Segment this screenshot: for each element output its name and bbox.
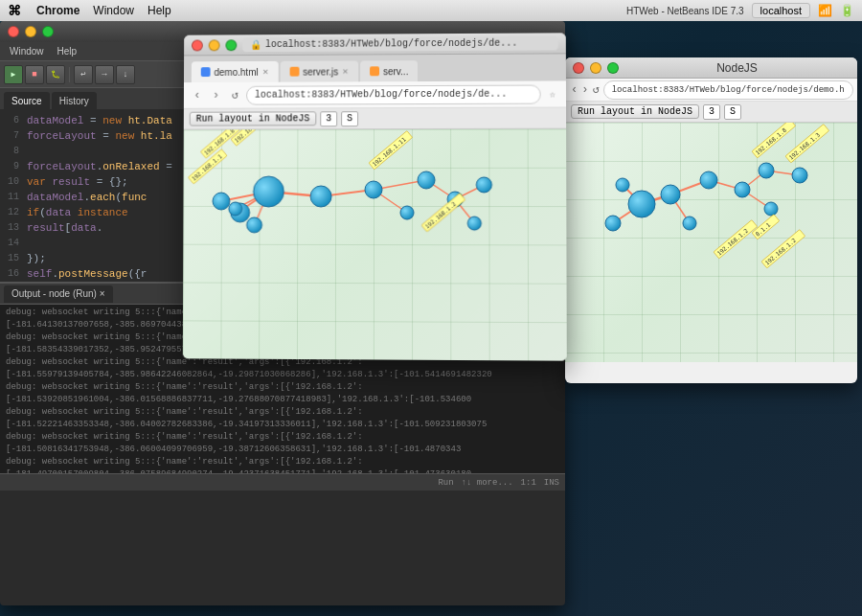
chrome-close-btn[interactable] <box>192 39 203 51</box>
svg-point-19 <box>418 171 435 189</box>
right-max-btn[interactable] <box>607 62 619 74</box>
apple-menu-icon[interactable]: ⌘ <box>8 3 21 18</box>
chrome-favicon-server <box>289 67 299 77</box>
chrome-tab-demo[interactable]: demo.html ✕ <box>192 61 279 82</box>
chrome-max-btn[interactable] <box>225 39 237 51</box>
right-url-text: localhost:8383/HTWeb/blog/force/nodejs/d… <box>612 85 845 95</box>
right-nodejs-bar: Run layout in NodeJS 3 S <box>565 102 857 123</box>
chrome-window: 🔒 localhost:8383/HTWeb/blog/force/nodejs… <box>183 33 567 360</box>
statusbar-more: ↑↓ more... <box>462 478 513 488</box>
right-close-btn[interactable] <box>573 62 584 74</box>
run-layout-btn[interactable]: Run layout in NodeJS <box>190 111 317 125</box>
chrome-back-btn[interactable]: ‹ <box>190 87 205 103</box>
right-url-input[interactable]: localhost:8383/HTWeb/blog/force/nodejs/d… <box>603 80 853 100</box>
chrome-tab-close-server[interactable]: ✕ <box>342 67 349 76</box>
chrome-tab-serv[interactable]: serv... <box>360 60 418 81</box>
svg-text:192.168.1.2: 192.168.1.2 <box>715 227 749 257</box>
nb-toolbar-sep <box>69 67 70 82</box>
svg-text:192.168.1.2: 192.168.1.2 <box>763 237 797 266</box>
chrome-address-icon: 🔒 <box>250 39 261 50</box>
right-title-text: NodeJS <box>716 61 758 75</box>
chrome-tabbar: demo.html ✕ server.js ✕ serv... <box>184 54 566 82</box>
nb-source-tab[interactable]: Source <box>4 92 50 109</box>
graph-canvas: 192.168.1.8 192.168.1.1 192.168.1.11 192… <box>183 129 567 361</box>
debug-line-5: debug: websocket writing 5:::{'name':'re… <box>6 406 559 431</box>
nb-min-btn[interactable] <box>25 26 36 37</box>
menu-help[interactable]: Help <box>147 4 171 17</box>
svg-text:192.168.1.3: 192.168.1.3 <box>787 131 821 161</box>
chrome-min-btn[interactable] <box>209 39 220 51</box>
menubar-app-title: HTWeb - NetBeans IDE 7.3 <box>626 6 744 16</box>
right-reload-btn[interactable]: ↺ <box>592 82 599 98</box>
statusbar-run: Run <box>438 478 453 488</box>
menubar-items: Chrome Window Help <box>36 4 171 17</box>
nb-run-btn[interactable]: ▶ <box>4 65 23 84</box>
svg-text:192.168.1.2: 192.168.1.2 <box>423 200 457 230</box>
nb-statusbar: Run ↑↓ more... 1:1 INS <box>0 473 565 491</box>
nb-menu-window[interactable]: Window <box>4 46 50 57</box>
chrome-tab-label-serv: serv... <box>383 66 408 77</box>
right-graph-canvas: 192.168.1.2 192.168.1.2 8.1.1 192.168.1.… <box>565 123 857 362</box>
nb-debug-btn[interactable]: 🐛 <box>46 65 65 84</box>
chrome-star-btn[interactable]: ☆ <box>545 86 560 102</box>
svg-point-42 <box>628 191 655 217</box>
statusbar-position: 1:1 <box>521 478 536 488</box>
right-run-btn[interactable]: Run layout in NodeJS <box>571 104 699 119</box>
menu-chrome[interactable]: Chrome <box>36 4 79 17</box>
debug-line-7: debug: websocket writing 5:::{'name':'re… <box>6 456 559 473</box>
svg-point-18 <box>400 206 414 219</box>
browser-window-right: NodeJS ‹ › ↺ localhost:8383/HTWeb/blog/f… <box>565 57 857 383</box>
right-back-btn[interactable]: ‹ <box>571 82 578 98</box>
svg-point-47 <box>700 171 717 189</box>
chrome-title: 🔒 localhost:8383/HTWeb/blog/force/nodejs… <box>242 35 558 52</box>
chrome-titlebar: 🔒 localhost:8383/HTWeb/blog/force/nodejs… <box>184 33 566 56</box>
svg-point-44 <box>616 178 629 192</box>
right-addressbar: ‹ › ↺ localhost:8383/HTWeb/blog/force/no… <box>565 79 857 102</box>
mac-menubar: ⌘ Chrome Window Help HTWeb - NetBeans ID… <box>0 0 862 21</box>
chrome-address-text: localhost:8383/HTWeb/blog/force/nodejs/d… <box>265 38 518 50</box>
svg-text:192.168.1.11: 192.168.1.11 <box>371 135 407 167</box>
desktop: ⌘ Chrome Window Help HTWeb - NetBeans ID… <box>0 0 862 616</box>
svg-point-14 <box>247 217 262 233</box>
nb-tool1[interactable]: ↩ <box>74 65 93 84</box>
svg-point-45 <box>661 185 680 204</box>
nb-max-btn[interactable] <box>42 26 54 37</box>
chrome-addressbar: ‹ › ↺ localhost:8383/HTWeb/blog/force/no… <box>184 80 566 108</box>
menubar-right: HTWeb - NetBeans IDE 7.3 localhost 📶 🔋 <box>626 3 854 18</box>
right-forward-btn[interactable]: › <box>581 82 588 98</box>
right-browser-titlebar: NodeJS <box>565 57 857 79</box>
nodejs-num2[interactable]: S <box>341 111 358 126</box>
right-graph-svg: 192.168.1.2 192.168.1.2 8.1.1 192.168.1.… <box>565 123 857 362</box>
menubar-localhost: localhost <box>752 3 810 18</box>
nodejs-num1[interactable]: 3 <box>320 111 337 126</box>
menu-window[interactable]: Window <box>93 4 134 17</box>
right-num2[interactable]: S <box>724 104 741 120</box>
chrome-tab-close-demo[interactable]: ✕ <box>262 67 269 76</box>
debug-line-6: debug: websocket writing 5:::{'name':'re… <box>6 431 559 456</box>
svg-point-46 <box>683 217 696 230</box>
chrome-forward-btn[interactable]: › <box>209 87 224 103</box>
output-tab[interactable]: Output - node (Run) × <box>4 285 113 303</box>
svg-point-22 <box>467 217 481 230</box>
right-title: NodeJS <box>624 61 850 75</box>
nb-menu-help[interactable]: Help <box>52 46 83 57</box>
svg-point-51 <box>792 168 807 183</box>
right-num1[interactable]: 3 <box>703 104 720 120</box>
nb-tool2[interactable]: → <box>95 65 114 84</box>
wifi-icon: 📶 <box>818 4 832 17</box>
svg-point-48 <box>735 182 750 197</box>
nb-close-btn[interactable] <box>8 26 19 37</box>
battery-icon: 🔋 <box>840 4 854 17</box>
nb-tool3[interactable]: ↓ <box>116 65 135 84</box>
right-min-btn[interactable] <box>590 62 601 74</box>
svg-point-17 <box>365 181 382 198</box>
svg-text:192.168.1.8: 192.168.1.8 <box>754 126 787 156</box>
chrome-url-input[interactable]: localhost:8383/HTWeb/blog/force/nodejs/d… <box>246 84 541 104</box>
chrome-reload-btn[interactable]: ↺ <box>227 87 242 103</box>
chrome-favicon-demo <box>201 67 211 77</box>
chrome-tab-server[interactable]: server.js ✕ <box>280 60 358 81</box>
graph-svg: 192.168.1.8 192.168.1.1 192.168.1.11 192… <box>183 129 567 361</box>
nb-stop-btn[interactable]: ■ <box>25 65 44 84</box>
debug-line-4: debug: websocket writing 5:::{'name':'re… <box>6 381 559 406</box>
nb-history-tab[interactable]: History <box>52 92 97 109</box>
